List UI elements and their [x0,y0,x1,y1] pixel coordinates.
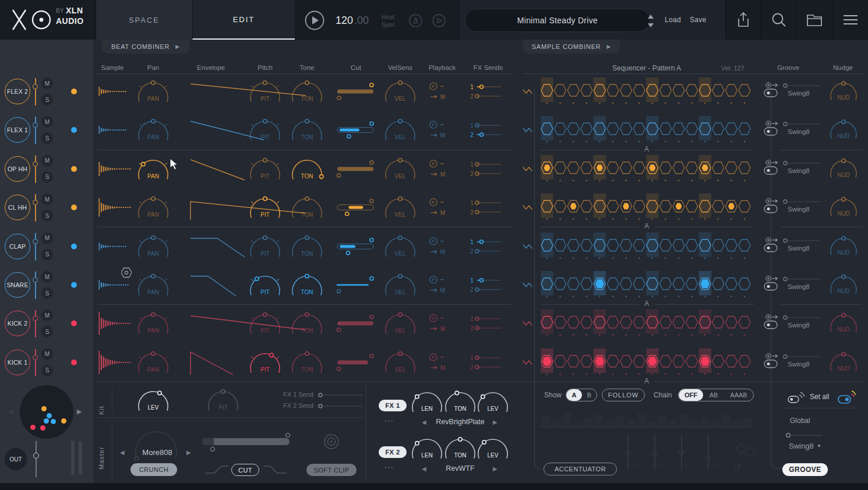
tone-knob[interactable]: TON [290,273,324,297]
space-xy-pad[interactable] [20,385,73,439]
cut-low-handle[interactable] [210,447,215,452]
tab-space[interactable]: SPACE [96,0,192,40]
cut-slider[interactable] [336,159,375,179]
ghost-slider-handle[interactable] [651,452,658,459]
master-prev-button[interactable]: ◀ [120,449,125,456]
lane-swing-slider[interactable] [782,276,824,283]
pitch-knob[interactable]: PIT [248,157,282,181]
kit-fx2-send-slider[interactable] [317,403,364,410]
cut-slider[interactable] [336,198,375,217]
solo-button[interactable]: S [41,171,53,183]
track-volume-fader[interactable] [35,233,36,260]
lane-groove-toggle[interactable] [763,82,781,101]
track-volume-fader[interactable] [35,78,36,105]
step-sequencer-lane[interactable] [539,192,754,223]
play-button[interactable] [305,10,324,30]
mute-button[interactable]: M [41,116,53,128]
preset-selector[interactable]: Minimal Steady Drive [465,9,650,32]
pitch-knob[interactable]: PIT [248,273,282,297]
mute-button[interactable]: M [41,193,53,205]
lane-groove-toggle[interactable] [763,275,781,295]
kit-fx1-send-slider[interactable] [317,392,364,399]
cut-high-handle[interactable] [285,433,290,438]
fx-sends[interactable]: 12 [470,313,503,334]
cut-slider[interactable] [336,82,375,101]
pan-knob[interactable]: PAN [136,118,170,142]
nudge-knob[interactable]: NUD [827,80,860,103]
step-sequencer-lane[interactable] [539,153,754,185]
cut-slider[interactable] [336,313,375,333]
lane-swing-label[interactable]: Swing8 [788,361,810,368]
master-focus-icon[interactable] [322,432,341,451]
lane-swing-slider[interactable] [782,198,824,205]
fx-sends[interactable]: 12 [470,274,503,295]
solo-button[interactable]: S [41,94,53,105]
step-sequencer-lane[interactable] [539,269,754,301]
pan-knob[interactable]: PAN [136,157,170,181]
step-sequencer-lane[interactable] [539,114,754,146]
pitch-knob[interactable]: PIT [248,79,282,104]
pad-right-arrow[interactable]: ▶ [77,408,82,415]
velsens-knob[interactable]: VEL [383,350,417,375]
tone-knob[interactable]: TON [290,79,324,104]
velsens-knob[interactable]: VEL [383,273,417,297]
track-volume-fader[interactable] [35,272,36,299]
chain-mode-toggle[interactable]: OFF AB AAAB [678,389,754,401]
groove-button[interactable]: GROOVE [782,463,828,476]
sidebar-track-snare[interactable]: SNARE [5,272,30,298]
pitch-knob[interactable]: PIT [248,311,282,336]
host-play-icon[interactable] [432,14,446,27]
fx-sends[interactable]: 12 [470,352,503,373]
track-volume-fader[interactable] [35,117,36,144]
track-volume-fader[interactable] [35,310,36,337]
tone-knob[interactable]: TON [290,157,324,181]
cut-slider[interactable] [336,120,375,140]
sidebar-track-flex-2[interactable]: FLEX 2 [5,79,30,104]
lane-swing-slider[interactable] [782,121,824,128]
sidebar-track-op-hh[interactable]: OP HH [5,156,30,182]
velsens-knob[interactable]: VEL [383,79,417,104]
save-button[interactable]: Save [690,16,707,24]
global-swing-slider[interactable] [785,432,826,439]
pan-knob[interactable]: PAN [136,195,170,220]
out-fader-handle[interactable] [33,453,39,459]
track-fader-handle[interactable] [33,277,38,283]
fx2-next-button[interactable]: ▶ [493,466,497,472]
fx1-ton-knob[interactable]: TON [443,389,477,414]
lane-swing-label[interactable]: Swing8 [788,283,810,290]
mute-button[interactable]: M [41,77,53,89]
tone-knob[interactable]: TON [290,311,324,336]
lane-swing-slider[interactable] [782,160,824,167]
solo-button[interactable]: S [41,210,53,221]
track-fader-handle[interactable] [33,84,38,89]
chain-aaab-option[interactable]: AAAB [724,389,753,401]
sidebar-track-flex-1[interactable]: FLEX 1 [5,117,30,143]
fx1-lev-knob[interactable]: LEV [476,389,510,414]
lane-groove-toggle[interactable] [763,120,781,140]
velsens-knob[interactable]: VEL [383,195,417,220]
pattern-a-option[interactable]: A [566,389,582,401]
track-fader-handle[interactable] [33,316,38,321]
playback-controls[interactable]: PM [429,197,456,218]
set-all-colored-toggle-icon[interactable] [837,389,856,404]
pattern-ab-toggle[interactable]: A B [566,389,597,401]
follow-button[interactable]: FOLLOW [602,389,645,401]
lane-swing-slider[interactable] [782,314,824,321]
global-swing-selector[interactable]: Swing8 [789,442,814,450]
cut-slider[interactable] [336,275,375,295]
playback-controls[interactable]: PM [429,352,456,373]
fx1-len-knob[interactable]: LEN [410,389,444,414]
metronome-icon[interactable] [409,14,422,27]
fx-sends[interactable]: 12 [470,197,503,218]
master-next-button[interactable]: ▶ [186,449,191,456]
fx2-button[interactable]: FX 2 [379,446,407,458]
lane-groove-toggle[interactable] [763,313,781,333]
lane-swing-label[interactable]: Swing8 [788,206,810,213]
track-volume-fader[interactable] [35,156,36,183]
playback-controls[interactable]: PM [429,274,456,295]
solo-button[interactable]: S [41,365,53,376]
playback-controls[interactable]: PM [429,236,456,257]
sidebar-track-cl-hh[interactable]: CL HH [5,195,30,220]
tone-knob[interactable]: TON [290,118,324,142]
track-fader-handle[interactable] [33,239,38,244]
